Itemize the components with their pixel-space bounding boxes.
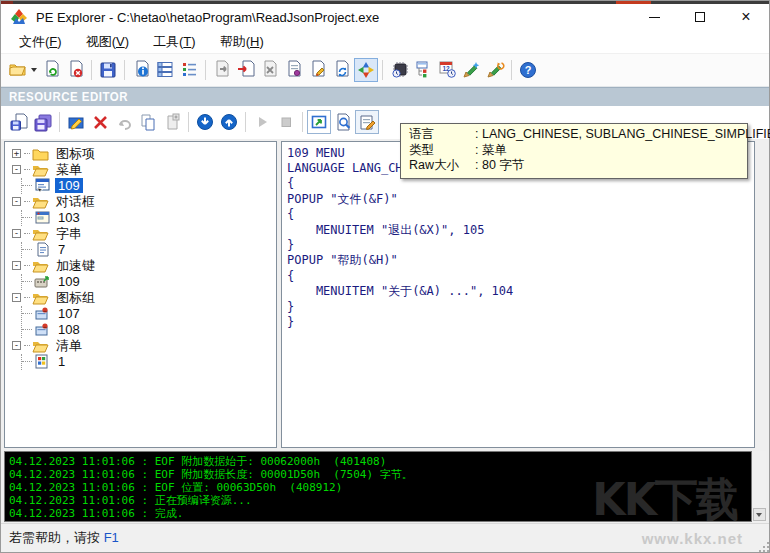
resize-grip[interactable]: [763, 546, 765, 548]
tree-leaf-dialog-103[interactable]: 103: [22, 210, 276, 226]
tree-expander[interactable]: -: [12, 165, 21, 174]
tree-item-label[interactable]: 1: [55, 354, 68, 369]
close-button[interactable]: ×: [723, 4, 769, 31]
chevron-down-icon: [756, 513, 762, 517]
tree-node-manifest[interactable]: - 清单: [9, 338, 276, 354]
tree-expander[interactable]: -: [12, 229, 21, 238]
tooltip-row: 语言: LANG_CHINESE, SUBLANG_CHINESE_SIMPLI…: [409, 127, 739, 143]
tree-node-accelerators[interactable]: - 加速键: [9, 258, 276, 274]
undo-button[interactable]: [112, 110, 136, 134]
tree-expander[interactable]: -: [12, 293, 21, 302]
close-file-button[interactable]: [63, 58, 87, 82]
log-console[interactable]: 04.12.2023 11:01:06 : EOF 附加数据始于: 000620…: [4, 451, 752, 522]
resource-editor-icon: [357, 61, 375, 79]
export-button[interactable]: [210, 58, 234, 82]
menu-view[interactable]: 视图(V): [74, 31, 141, 53]
tree-leaf-accelerator-109[interactable]: 109: [22, 274, 276, 290]
menu-bar: 文件(F) 视图(V) 工具(T) 帮助(H): [1, 31, 769, 54]
tree-expander[interactable]: -: [12, 197, 21, 206]
tree-item-label[interactable]: 对话框: [53, 193, 98, 211]
tree-item-label[interactable]: 7: [55, 242, 68, 257]
title-bar[interactable]: PE Explorer - C:\hetao\hetaoProgram\Read…: [1, 4, 769, 31]
save-resource-button[interactable]: [7, 110, 31, 134]
tree-node-dialogs[interactable]: - 对话框: [9, 194, 276, 210]
cleaner-button[interactable]: [459, 58, 483, 82]
tree-expander[interactable]: -: [12, 341, 21, 350]
tree-node-icon-groups[interactable]: - 图标组: [9, 290, 276, 306]
save-all-resources-button[interactable]: [31, 110, 55, 134]
resource-code-view[interactable]: 109 MENU LANGUAGE LANG_CHINESE, SUBLANG_…: [281, 141, 755, 449]
new-resource-button[interactable]: [160, 110, 184, 134]
open-file-button[interactable]: [5, 58, 29, 82]
cleaner-restore-button[interactable]: [483, 58, 507, 82]
dependency-scanner-button[interactable]: [411, 58, 435, 82]
delete-resource-button[interactable]: [88, 110, 112, 134]
accelerator-resource-icon: [34, 274, 51, 289]
edit-resource-button[interactable]: [64, 110, 88, 134]
stop-button[interactable]: [274, 110, 298, 134]
time-date-stamp-button[interactable]: 12: [435, 58, 459, 82]
tree-leaf-string-7[interactable]: 7: [22, 242, 276, 258]
string-resource-icon: [34, 242, 51, 257]
preview-resource-button[interactable]: [331, 110, 355, 134]
headers-view-button[interactable]: [153, 58, 177, 82]
console-scrollbar[interactable]: [752, 451, 766, 522]
resource-properties-button[interactable]: [355, 110, 379, 134]
tree-item-label[interactable]: 108: [55, 322, 83, 337]
tree-leaf-manifest-1[interactable]: 1: [22, 354, 276, 370]
tooltip-label: Raw大小: [409, 158, 475, 174]
tree-expander[interactable]: +: [12, 149, 21, 158]
folder-open-icon: [32, 226, 49, 241]
tree-node-menus[interactable]: - 菜单: [9, 162, 276, 178]
open-file-dropdown[interactable]: [29, 58, 39, 82]
import-button[interactable]: [234, 58, 258, 82]
signature-button[interactable]: [282, 58, 306, 82]
headers-list-icon: [156, 60, 175, 79]
data-directories-button[interactable]: [177, 58, 201, 82]
minimize-button[interactable]: [631, 4, 677, 31]
window-title: PE Explorer - C:\hetao\hetaoProgram\Read…: [36, 10, 379, 25]
maximize-button[interactable]: [677, 4, 723, 31]
tree-node-icon-entries[interactable]: + 图标项: [9, 146, 276, 162]
scroll-down-button[interactable]: [753, 508, 766, 521]
tree-node-strings[interactable]: - 字串: [9, 226, 276, 242]
edit-page-icon: [309, 60, 328, 79]
reload-file-button[interactable]: [39, 58, 63, 82]
edit-headers-button[interactable]: [306, 58, 330, 82]
tree-item-label[interactable]: 菜单: [53, 161, 85, 179]
help-button[interactable]: ?: [516, 58, 540, 82]
tree-leaf-icon-group-107[interactable]: 107: [22, 306, 276, 322]
tree-item-label[interactable]: 加速键: [53, 257, 98, 275]
expand-view-button[interactable]: [307, 110, 331, 134]
code-line: }: [287, 238, 754, 253]
tree-item-label[interactable]: 图标组: [53, 289, 98, 307]
sync-button[interactable]: [330, 58, 354, 82]
tree-item-label[interactable]: 107: [55, 306, 83, 321]
tree-item-label-selected[interactable]: 109: [55, 178, 83, 193]
resource-editor-button[interactable]: [354, 58, 378, 82]
brush-sparkle-icon: [462, 60, 481, 79]
resource-info-tooltip: 语言: LANG_CHINESE, SUBLANG_CHINESE_SIMPLI…: [400, 123, 748, 179]
tree-item-label[interactable]: 字串: [53, 225, 85, 243]
menu-file[interactable]: 文件(F): [7, 31, 74, 53]
move-down-button[interactable]: [193, 110, 217, 134]
tree-leaf-icon-group-108[interactable]: 108: [22, 322, 276, 338]
log-line: 04.12.2023 11:01:06 : 正在预编译资源...: [9, 494, 747, 507]
menu-tools[interactable]: 工具(T): [141, 31, 208, 53]
disassembler-button[interactable]: [387, 58, 411, 82]
tree-item-label[interactable]: 103: [55, 210, 83, 225]
tooltip-value: 80 字节: [482, 158, 524, 172]
export-section-button[interactable]: [258, 58, 282, 82]
tree-item-label[interactable]: 109: [55, 274, 83, 289]
save-file-button[interactable]: [96, 58, 120, 82]
open-folder-icon: [8, 60, 27, 79]
menu-help[interactable]: 帮助(H): [208, 31, 276, 53]
play-button[interactable]: [250, 110, 274, 134]
tree-item-label[interactable]: 清单: [53, 337, 85, 355]
move-up-button[interactable]: [217, 110, 241, 134]
copy-resource-button[interactable]: [136, 110, 160, 134]
resource-tree[interactable]: + 图标项 - 菜单 109 - 对话框: [4, 141, 277, 449]
tree-expander[interactable]: -: [12, 261, 21, 270]
file-info-button[interactable]: [129, 58, 153, 82]
tree-leaf-menu-109[interactable]: 109: [22, 178, 276, 194]
